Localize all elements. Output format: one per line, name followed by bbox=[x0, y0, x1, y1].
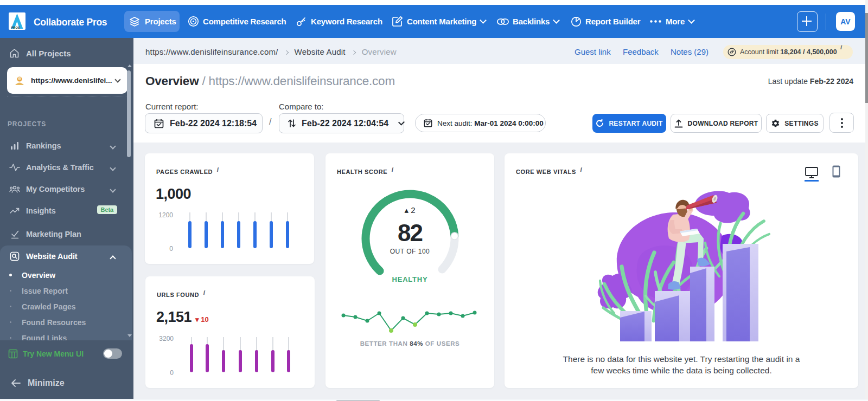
svg-text:PROS: PROS bbox=[11, 26, 21, 29]
